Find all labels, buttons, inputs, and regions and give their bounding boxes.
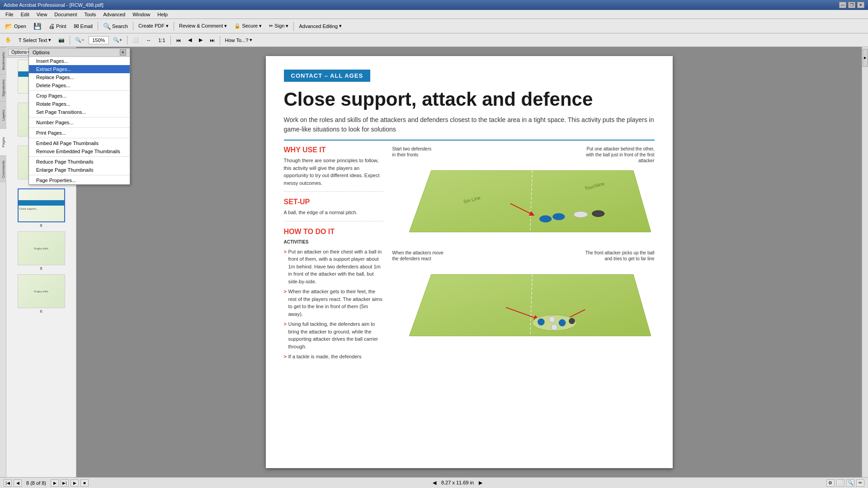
- separator7: [170, 36, 171, 45]
- bookmarks-tab[interactable]: Bookmarks: [0, 47, 6, 74]
- right-tab-expand[interactable]: ▶: [863, 49, 868, 67]
- bullet-3: Using full tackling, the defenders aim t…: [284, 320, 383, 350]
- menu-document[interactable]: Document: [51, 11, 80, 18]
- fit-page-button[interactable]: ⬜: [129, 35, 142, 46]
- diagram2-svg: [392, 266, 655, 345]
- print-button[interactable]: 🖨 Print: [45, 21, 70, 32]
- select-text-button[interactable]: T Select Text ▾: [15, 35, 54, 46]
- page-thumb-img-6: Rugby drills: [18, 274, 65, 308]
- window-controls: — ❐ ✕: [839, 2, 864, 8]
- create-pdf-button[interactable]: Create PDF ▾: [135, 21, 172, 32]
- status-icon-1[interactable]: ⚙: [826, 479, 835, 487]
- advanced-editing-button[interactable]: Advanced Editing ▾: [296, 21, 345, 32]
- last-page-nav[interactable]: ▶|: [61, 479, 69, 487]
- menu-file[interactable]: File: [2, 11, 17, 18]
- setup-title: SET-UP: [284, 198, 383, 206]
- menu-window[interactable]: Window: [129, 11, 154, 18]
- snapshot-button[interactable]: 📷: [55, 35, 68, 46]
- page-thumb-5[interactable]: Rugby drills 8: [8, 231, 74, 271]
- separator3: [174, 22, 174, 31]
- minimize-button[interactable]: —: [839, 2, 846, 8]
- context-menu-close[interactable]: ✕: [120, 49, 126, 56]
- svg-point-18: [551, 324, 557, 330]
- menu-edit[interactable]: Edit: [17, 11, 33, 18]
- separator2: [133, 22, 133, 31]
- zoom-out-icon: 🔍−: [75, 37, 84, 43]
- search-button[interactable]: 🔍 Search: [100, 21, 131, 32]
- audio-play[interactable]: ▶: [71, 479, 79, 487]
- restore-button[interactable]: ❐: [848, 2, 855, 8]
- layers-tab[interactable]: Layers: [0, 101, 6, 128]
- ctx-remove-thumbnails[interactable]: Remove Embedded Page Thumbnails: [29, 147, 130, 155]
- ctx-reduce-thumbnails[interactable]: Reduce Page Thumbnails: [29, 158, 130, 166]
- separator6: [127, 36, 127, 45]
- email-icon: ✉: [74, 23, 79, 30]
- audio-stop[interactable]: ■: [80, 479, 89, 487]
- howto-button[interactable]: How To...? ▾: [222, 35, 256, 46]
- menu-help[interactable]: Help: [154, 11, 171, 18]
- ctx-page-properties[interactable]: Page Properties...: [29, 176, 130, 184]
- diagram1-caption-right: Put one attacker behind the other, with …: [578, 146, 655, 164]
- review-comment-button[interactable]: Review & Comment ▾: [176, 21, 230, 32]
- hand-tool-button[interactable]: ✋: [2, 35, 14, 46]
- ctx-extract-pages[interactable]: Extract Pages...: [29, 65, 130, 73]
- next-page-button[interactable]: ▶: [196, 35, 206, 46]
- svg-point-15: [549, 316, 555, 323]
- subtitle: Work on the roles and skills of the atta…: [284, 115, 655, 134]
- ctx-print-pages[interactable]: Print Pages...: [29, 129, 130, 137]
- separator4: [293, 22, 294, 31]
- page-thumb-6[interactable]: Rugby drills 6: [8, 274, 74, 314]
- ctx-crop-pages[interactable]: Crop Pages...: [29, 92, 130, 100]
- zoom-input[interactable]: [89, 36, 109, 44]
- menu-tools[interactable]: Tools: [81, 11, 100, 18]
- diagram1: Start two defendersin their fronts Put o…: [392, 146, 655, 241]
- status-icon-3[interactable]: 🔍: [846, 479, 854, 487]
- page-thumb-img-4: Close support...: [18, 188, 65, 222]
- ctx-delete-pages[interactable]: Delete Pages...: [29, 81, 130, 89]
- actual-size-button[interactable]: 1:1: [155, 35, 168, 46]
- diagram2: When the attackers movethe defenders rea…: [392, 250, 655, 345]
- ctx-rotate-pages[interactable]: Rotate Pages...: [29, 100, 130, 108]
- svg-point-5: [539, 216, 552, 223]
- close-button[interactable]: ✕: [857, 2, 864, 8]
- zoom-out-button[interactable]: 🔍−: [72, 35, 87, 46]
- next-page-nav[interactable]: ▶: [51, 479, 59, 487]
- zoom-in-icon: 🔍+: [113, 37, 122, 43]
- fit-width-button[interactable]: ↔: [143, 35, 154, 46]
- separator5: [70, 36, 70, 45]
- blue-divider: [284, 140, 655, 141]
- ctx-embed-thumbnails[interactable]: Embed All Page Thumbnails: [29, 139, 130, 147]
- left-content: WHY USE IT Though there are some princip…: [284, 146, 383, 363]
- signatures-tab[interactable]: Signatures: [0, 74, 6, 101]
- last-page-button[interactable]: ⏭: [207, 35, 218, 46]
- comments-tab[interactable]: Comments: [0, 155, 6, 183]
- page-thumb-4[interactable]: Close support... 8: [8, 188, 74, 228]
- secure-button[interactable]: 🔒 Secure ▾: [231, 21, 265, 32]
- prev-page-button[interactable]: ◀: [185, 35, 195, 46]
- menu-view[interactable]: View: [33, 11, 51, 18]
- dimensions: ◀ 8.27 x 11.69 in ▶: [433, 480, 482, 486]
- ctx-number-pages[interactable]: Number Pages...: [29, 118, 130, 127]
- email-button[interactable]: ✉ Email: [71, 21, 96, 32]
- menu-advanced[interactable]: Advanced: [99, 11, 129, 18]
- first-page-nav[interactable]: |◀: [4, 479, 12, 487]
- prev-page-nav[interactable]: ◀: [14, 479, 22, 487]
- first-page-button[interactable]: ⏮: [173, 35, 184, 46]
- ctx-enlarge-thumbnails[interactable]: Enlarge Page Thumbnails: [29, 166, 130, 174]
- svg-point-14: [538, 319, 545, 326]
- ctx-sep6: [29, 175, 130, 175]
- ctx-insert-pages[interactable]: Insert Pages...: [29, 57, 130, 65]
- sign-button[interactable]: ✏ Sign ▾: [266, 21, 292, 32]
- left-tabs: Bookmarks Signatures Layers Pages Commen…: [0, 47, 6, 477]
- status-icon-4[interactable]: ✏: [856, 479, 864, 487]
- open-button[interactable]: 📂 Open: [2, 21, 29, 32]
- status-icon-2[interactable]: ⬜: [836, 479, 844, 487]
- ctx-replace-pages[interactable]: Replace Pages...: [29, 73, 130, 81]
- pdf-area[interactable]: CONTACT – ALL AGES Close support, attack…: [76, 47, 862, 477]
- save-button[interactable]: 💾: [30, 21, 44, 32]
- pages-tab[interactable]: Pages: [0, 128, 6, 155]
- pdf-page: CONTACT – ALL AGES Close support, attack…: [266, 56, 673, 468]
- ctx-set-transitions[interactable]: Set Page Transitions...: [29, 108, 130, 116]
- page-thumb-img-5: Rugby drills: [18, 231, 65, 265]
- zoom-in-button[interactable]: 🔍+: [110, 35, 125, 46]
